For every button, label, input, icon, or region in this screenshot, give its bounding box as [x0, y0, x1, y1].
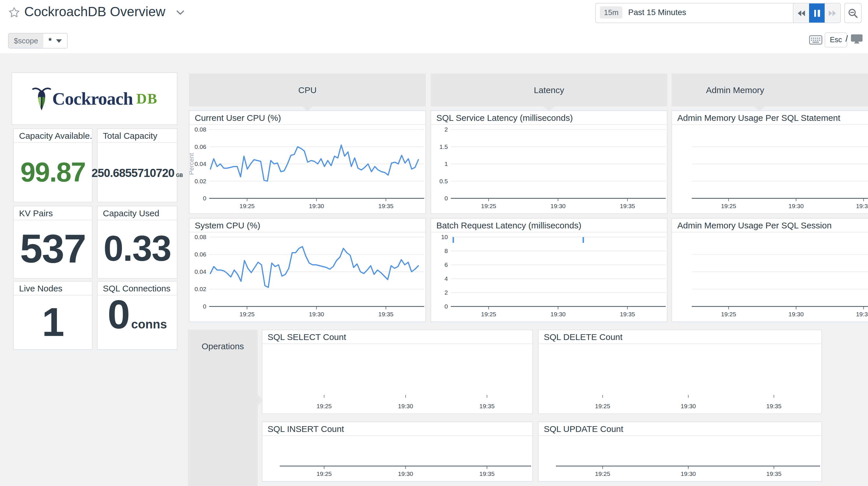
svg-text:19:30: 19:30 [398, 403, 413, 409]
metric-value: 0.33 [103, 231, 171, 266]
pause-button[interactable] [809, 3, 825, 23]
svg-text:19:30: 19:30 [309, 203, 324, 209]
group-header-operations[interactable]: Operations [188, 330, 258, 486]
template-variable-scope[interactable]: $scope * [8, 33, 68, 49]
group-header-cpu[interactable]: CPU [189, 74, 426, 106]
svg-text:19:35: 19:35 [620, 203, 635, 209]
fast-forward-button[interactable] [825, 3, 840, 23]
svg-text:0.02: 0.02 [194, 286, 206, 292]
tv-mode-icon[interactable] [851, 34, 863, 44]
zoom-out-button[interactable] [844, 3, 862, 23]
svg-text:19:25: 19:25 [595, 470, 610, 477]
svg-text:19:35: 19:35 [766, 470, 782, 477]
cockroachdb-logo-widget[interactable]: Cockroach DB [11, 72, 178, 125]
svg-text:0.08: 0.08 [194, 126, 206, 133]
chart-title: SQL UPDATE Count [538, 422, 821, 436]
group-label: Latency [534, 85, 564, 95]
chart-title: Current User CPU (%) [190, 111, 425, 125]
esc-key-button[interactable]: Esc [825, 32, 847, 48]
svg-text:19:35: 19:35 [620, 311, 635, 317]
svg-text:19:25: 19:25 [481, 203, 496, 209]
time-range-label: Past 15 Minutes [628, 7, 686, 17]
chart-batch-request-latency: 024681019:2519:3019:35 [431, 232, 667, 321]
query-value-capacity-used[interactable]: Capacity Used 0.33 [97, 206, 178, 279]
svg-text:19:30: 19:30 [681, 470, 696, 477]
chart-title: System CPU (%) [190, 219, 425, 232]
query-value-capacity-available[interactable]: Capacity Available... 99.87 [13, 128, 92, 202]
chart-sql-update-count: 19:2519:3019:35 [538, 435, 821, 481]
query-value-sql-connections[interactable]: SQL Connections 0 conns [97, 281, 178, 350]
metric-value: 0 [107, 294, 129, 335]
svg-text:0: 0 [444, 195, 448, 201]
chart-title: Admin Memory Usage Per SQL Statement [672, 111, 868, 125]
svg-text:19:25: 19:25 [240, 203, 255, 209]
favorite-star-icon[interactable] [8, 6, 20, 19]
time-range-picker[interactable]: 15m Past 15 Minutes [595, 3, 822, 23]
svg-text:19:30: 19:30 [788, 311, 804, 317]
svg-text:19:25: 19:25 [595, 403, 610, 409]
scope-label: $scope [9, 33, 43, 48]
svg-text:1: 1 [444, 161, 448, 167]
chart-admin-memory-session: 19:2519:3019:35 [672, 232, 868, 321]
metric-value: 537 [20, 228, 86, 269]
svg-text:0: 0 [203, 303, 206, 310]
svg-text:0.04: 0.04 [194, 161, 206, 167]
timeseries-admin-memory-statement[interactable]: Admin Memory Usage Per SQL Statement 19:… [672, 110, 868, 214]
chart-sql-insert-count: 19:2519:3019:35 [262, 435, 532, 481]
svg-text:19:30: 19:30 [309, 311, 324, 317]
cockroachdb-logo: Cockroach DB [12, 73, 177, 124]
timeseries-sql-update-count[interactable]: SQL UPDATE Count 19:2519:3019:35 [538, 422, 822, 482]
svg-text:19:30: 19:30 [398, 470, 413, 477]
magnifier-minus-icon [848, 8, 858, 18]
group-header-latency[interactable]: Latency [431, 74, 668, 106]
svg-text:2: 2 [444, 289, 448, 296]
widget-title: Capacity Used [98, 206, 177, 220]
keyboard-shortcuts-icon[interactable] [809, 35, 823, 45]
svg-text:0.08: 0.08 [194, 234, 206, 240]
svg-text:4: 4 [444, 275, 448, 282]
group-header-admin-memory[interactable]: Admin Memory [672, 74, 868, 106]
svg-text:19:35: 19:35 [378, 203, 394, 209]
metric-unit: conns [131, 317, 167, 331]
title-chevron-down-icon[interactable] [176, 10, 184, 15]
page-title[interactable]: CockroachDB Overview [24, 4, 165, 20]
query-value-kv-pairs[interactable]: KV Pairs 537 [13, 206, 92, 279]
time-range-badge: 15m [600, 6, 623, 19]
svg-text:19:30: 19:30 [681, 403, 696, 409]
widget-title: KV Pairs [14, 206, 92, 220]
svg-text:1.5: 1.5 [439, 143, 448, 150]
svg-text:19:25: 19:25 [481, 311, 496, 317]
chart-system-cpu: 00.020.040.060.0819:2519:3019:35 [190, 232, 425, 321]
svg-text:19:35: 19:35 [856, 203, 868, 209]
chart-title: SQL SELECT Count [262, 330, 532, 344]
svg-text:19:35: 19:35 [479, 403, 495, 409]
timeseries-sql-service-latency[interactable]: SQL Service Latency (milliseconds) 00.51… [431, 110, 668, 214]
chart-admin-memory-statement: 19:2519:3019:35 [672, 124, 868, 213]
svg-text:Percent: Percent [190, 153, 195, 175]
svg-text:6: 6 [444, 261, 448, 268]
logo-db-text: DB [136, 90, 157, 107]
chart-title: SQL INSERT Count [262, 422, 532, 436]
svg-text:0: 0 [203, 195, 206, 201]
svg-text:19:25: 19:25 [316, 403, 332, 409]
pause-icon [814, 9, 820, 17]
timeseries-system-cpu[interactable]: System CPU (%) 00.020.040.060.0819:2519:… [189, 218, 426, 322]
metric-value: 250.6855710720 [92, 167, 174, 179]
chart-title: SQL Service Latency (milliseconds) [431, 111, 667, 125]
chart-title: Batch Request Latency (milliseconds) [431, 219, 667, 232]
svg-text:0.04: 0.04 [194, 268, 206, 275]
svg-text:0.06: 0.06 [194, 251, 206, 258]
timeseries-sql-insert-count[interactable]: SQL INSERT Count 19:2519:3019:35 [262, 422, 533, 482]
scope-value: * [49, 33, 52, 48]
query-value-total-capacity[interactable]: Total Capacity 250.6855710720 GB [97, 128, 178, 202]
widget-title: Capacity Available... [14, 129, 92, 143]
timeseries-batch-request-latency[interactable]: Batch Request Latency (milliseconds) 024… [431, 218, 668, 322]
timeseries-sql-delete-count[interactable]: SQL DELETE Count 19:2519:3019:35 [538, 330, 822, 414]
timeseries-sql-select-count[interactable]: SQL SELECT Count 19:2519:3019:35 [262, 330, 533, 414]
svg-text:19:35: 19:35 [856, 311, 868, 317]
timeseries-admin-memory-session[interactable]: Admin Memory Usage Per SQL Session 19:25… [672, 218, 868, 322]
svg-text:19:25: 19:25 [721, 311, 736, 317]
rewind-button[interactable] [794, 3, 809, 23]
query-value-live-nodes[interactable]: Live Nodes 1 [13, 281, 92, 350]
timeseries-current-user-cpu[interactable]: Current User CPU (%) 00.020.040.060.0819… [189, 110, 426, 214]
